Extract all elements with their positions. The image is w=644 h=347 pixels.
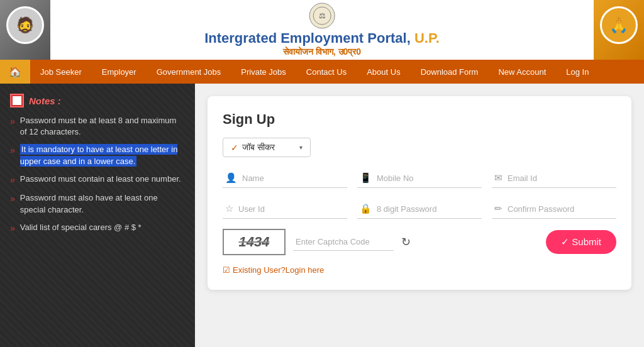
notes-title: Notes : (29, 96, 61, 106)
login-check-icon: ☑ (223, 265, 230, 275)
role-label: जॉब सीकर (242, 142, 296, 153)
nav-item-contact-us[interactable]: Contact Us (296, 60, 357, 84)
note-text-5: Valid list of special carers @ # $ * (20, 222, 142, 233)
password-field: 🔒 (357, 198, 482, 219)
nav-item-about-us[interactable]: About Us (357, 60, 410, 84)
captcha-row: 1434 ↻ ✓ Submit (223, 229, 616, 255)
nav-item-private-jobs[interactable]: Private Jobs (231, 60, 296, 84)
captcha-input[interactable] (293, 233, 394, 251)
note-arrow-icon-2: » (10, 145, 15, 157)
star-icon: ☆ (225, 203, 233, 214)
role-select[interactable]: ✓ जॉब सीकर ▾ (223, 138, 311, 157)
confirm-password-field: ✏ (492, 198, 616, 219)
portal-subtitle: सेवायोजन विभाग, उ0प्र0 (204, 47, 440, 57)
note-text-1: Password must be at least 8 and maximum … (20, 115, 185, 138)
refresh-icon[interactable]: ↻ (401, 235, 411, 249)
emblem-icon: ⚖ (309, 3, 335, 29)
note-text-2-highlighted: It is mandatory to have at least one let… (20, 144, 178, 166)
role-arrow-icon: ▾ (299, 144, 303, 151)
main-content: Notes : » Password must be at least 8 an… (0, 84, 644, 347)
svg-text:⚖: ⚖ (319, 11, 326, 20)
person-icon: 👤 (225, 172, 237, 184)
email-field: ✉ (492, 167, 616, 188)
note-item-5: » Valid list of special carers @ # $ * (10, 222, 185, 235)
form-title: Sign Up (223, 111, 616, 128)
mobile-input[interactable] (377, 174, 479, 183)
note-arrow-icon-4: » (10, 193, 15, 206)
nav-item-employer[interactable]: Employer (92, 60, 147, 84)
captcha-display: 1434 (223, 229, 286, 255)
pencil-icon: ✏ (494, 203, 502, 214)
nav-item-new-account[interactable]: New Account (488, 60, 556, 84)
note-arrow-icon-1: » (10, 116, 15, 128)
note-arrow-icon-5: » (10, 223, 15, 235)
header-title: Intergrated Employment Portal, U.P. सेवा… (204, 30, 440, 57)
signup-card: Sign Up ✓ जॉब सीकर ▾ 👤 📱 (208, 96, 631, 290)
name-input[interactable] (242, 174, 345, 183)
nav-item-log-in[interactable]: Log In (556, 60, 599, 84)
fields-row-1: 👤 📱 ✉ (223, 167, 616, 188)
email-input[interactable] (508, 174, 614, 183)
note-item-2: » It is mandatory to have at least one l… (10, 144, 185, 167)
nav-item-job-seeker[interactable]: Job Seeker (30, 60, 92, 84)
home-icon: 🏠 (9, 66, 21, 78)
notes-icon (10, 94, 24, 107)
confirm-password-input[interactable] (508, 204, 614, 214)
login-link[interactable]: ☑ Existing User?Login here (223, 265, 616, 275)
note-item-1: » Password must be at least 8 and maximu… (10, 115, 185, 138)
role-check-icon: ✓ (231, 143, 238, 153)
email-icon: ✉ (494, 172, 502, 184)
role-dropdown-row: ✓ जॉब सीकर ▾ (223, 138, 616, 157)
header: 🧔 ⚖ Intergrated Employment Portal, U.P. … (0, 0, 644, 60)
title-accent: U.P. (414, 30, 440, 46)
userid-input[interactable] (238, 204, 345, 214)
submit-button[interactable]: ✓ Submit (546, 230, 616, 254)
form-area: Sign Up ✓ जॉब सीकर ▾ 👤 📱 (195, 84, 644, 347)
userid-field: ☆ (223, 198, 347, 219)
notes-header: Notes : (10, 94, 185, 107)
avatar-right: 🙏 (594, 0, 644, 60)
note-item-3: » Password must contain at least one num… (10, 174, 185, 187)
notes-sidebar: Notes : » Password must be at least 8 an… (0, 84, 195, 347)
note-item-4: » Password must also have at least one s… (10, 192, 185, 215)
header-logo: ⚖ Intergrated Employment Portal, U.P. से… (204, 3, 440, 57)
note-text-3: Password must contain at least one numbe… (20, 174, 181, 185)
password-input[interactable] (377, 204, 479, 214)
title-regular: Intergrated Employment Portal, (204, 30, 414, 46)
nav-item-download-form[interactable]: Download Form (411, 60, 489, 84)
avatar-cm: 🙏 (600, 6, 638, 44)
note-arrow-icon-3: » (10, 174, 15, 187)
lock-icon: 🔒 (360, 203, 372, 214)
name-field: 👤 (223, 167, 347, 188)
nav-home-button[interactable]: 🏠 (0, 60, 30, 84)
mobile-icon: 📱 (360, 172, 372, 184)
avatar-left: 🧔 (0, 0, 50, 60)
note-text-4: Password must also have at least one spe… (20, 192, 185, 215)
main-nav: 🏠 Job Seeker Employer Government Jobs Pr… (0, 60, 644, 84)
avatar-pm: 🧔 (6, 6, 44, 44)
fields-row-2: ☆ 🔒 ✏ (223, 198, 616, 219)
mobile-field: 📱 (357, 167, 482, 188)
note-text-2: It is mandatory to have at least one let… (20, 144, 185, 167)
nav-item-government-jobs[interactable]: Government Jobs (147, 60, 231, 84)
portal-title: Intergrated Employment Portal, U.P. (204, 30, 440, 47)
login-link-label: Existing User?Login here (233, 265, 324, 275)
